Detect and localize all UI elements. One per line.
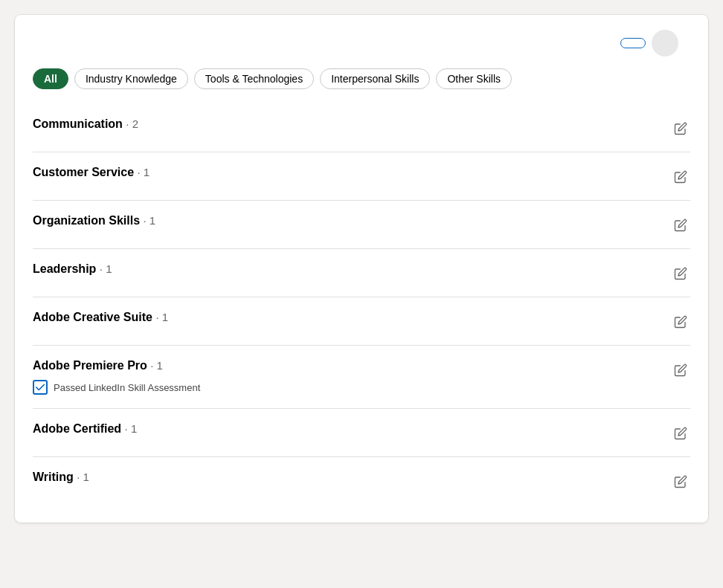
- page-header: [33, 15, 690, 68]
- add-skill-button[interactable]: [684, 40, 690, 46]
- skill-badge: Passed LinkedIn Skill Assessment: [33, 380, 200, 395]
- skill-name: Leadership · 1: [33, 262, 112, 276]
- skill-content: Organization Skills · 1: [33, 214, 155, 227]
- take-skill-quiz-button[interactable]: [620, 38, 646, 48]
- skill-name: Communication · 2: [33, 117, 138, 131]
- edit-skill-button[interactable]: [671, 424, 690, 443]
- skill-item: Writing · 1: [33, 457, 690, 505]
- skill-count: · 2: [126, 117, 138, 130]
- filter-tab-industry-knowledge[interactable]: Industry Knowledge: [74, 68, 188, 89]
- linkedin-assessment-icon: [33, 380, 48, 395]
- edit-skill-button[interactable]: [671, 361, 690, 380]
- skill-count: · 1: [155, 311, 168, 323]
- skills-card: AllIndustry KnowledgeTools & Technologie…: [15, 15, 708, 523]
- more-options-button[interactable]: [652, 30, 678, 56]
- skill-count: · 1: [138, 166, 150, 178]
- skill-item: Adobe Creative Suite · 1: [33, 297, 690, 346]
- skill-count: · 1: [100, 262, 112, 275]
- skill-name: Adobe Premiere Pro · 1: [33, 359, 200, 372]
- skill-content: Adobe Certified · 1: [33, 422, 137, 436]
- skill-content: Writing · 1: [33, 471, 89, 484]
- filter-tab-tools-technologies[interactable]: Tools & Technologies: [194, 68, 314, 89]
- badge-text: Passed LinkedIn Skill Assessment: [54, 382, 200, 393]
- skill-count: · 1: [143, 214, 155, 227]
- filter-tab-all[interactable]: All: [33, 68, 68, 89]
- filter-tab-other-skills[interactable]: Other Skills: [436, 68, 512, 89]
- skill-list: Communication · 2 Customer Service · 1 O…: [33, 104, 690, 505]
- back-button[interactable]: [33, 40, 39, 46]
- filter-tabs: AllIndustry KnowledgeTools & Technologie…: [33, 68, 690, 89]
- skill-item: Adobe Premiere Pro · 1Passed LinkedIn Sk…: [33, 346, 690, 409]
- skill-name: Adobe Creative Suite · 1: [33, 311, 168, 324]
- edit-skill-button[interactable]: [671, 216, 690, 235]
- skill-item: Customer Service · 1: [33, 152, 690, 201]
- filter-tab-interpersonal-skills[interactable]: Interpersonal Skills: [320, 68, 430, 89]
- skill-name: Organization Skills · 1: [33, 214, 155, 227]
- skill-name: Writing · 1: [33, 471, 89, 484]
- edit-skill-button[interactable]: [671, 167, 690, 187]
- skill-content: Communication · 2: [33, 117, 138, 131]
- skill-name: Customer Service · 1: [33, 166, 150, 179]
- skill-item: Communication · 2: [33, 104, 690, 152]
- skill-content: Adobe Creative Suite · 1: [33, 311, 168, 324]
- skill-content: Customer Service · 1: [33, 166, 150, 179]
- skill-count: · 1: [125, 422, 138, 435]
- skill-item: Adobe Certified · 1: [33, 409, 690, 457]
- skill-item: Leadership · 1: [33, 249, 690, 297]
- edit-skill-button[interactable]: [671, 119, 690, 138]
- skill-item: Organization Skills · 1: [33, 201, 690, 249]
- edit-skill-button[interactable]: [671, 472, 690, 491]
- skill-name: Adobe Certified · 1: [33, 422, 137, 436]
- edit-skill-button[interactable]: [671, 312, 690, 332]
- skill-count: · 1: [150, 359, 163, 372]
- skill-content: Leadership · 1: [33, 262, 112, 276]
- skill-content: Adobe Premiere Pro · 1Passed LinkedIn Sk…: [33, 359, 200, 395]
- header-left: [33, 40, 48, 46]
- header-right: [620, 30, 690, 56]
- skill-count: · 1: [77, 471, 89, 483]
- edit-skill-button[interactable]: [671, 264, 690, 283]
